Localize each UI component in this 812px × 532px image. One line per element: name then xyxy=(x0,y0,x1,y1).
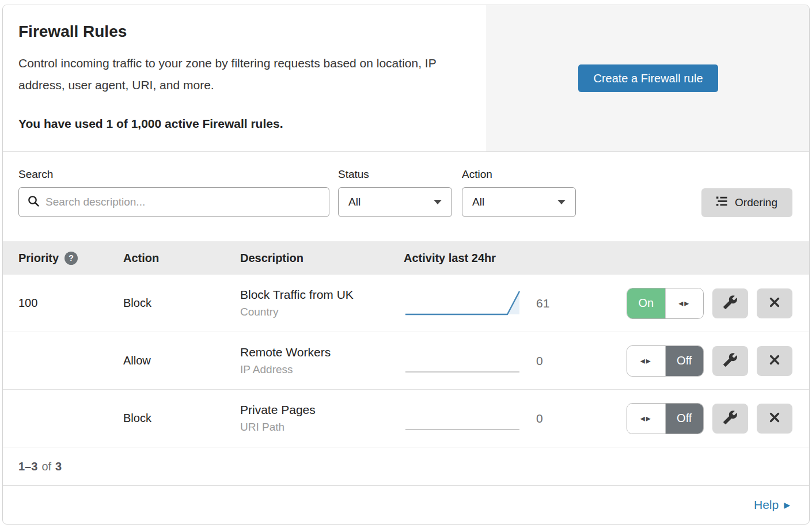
close-icon xyxy=(768,296,781,310)
action-label: Action xyxy=(462,168,576,181)
help-link[interactable]: Help ▶ xyxy=(754,498,790,512)
pagination-bar: 1–3 of 3 xyxy=(3,447,809,486)
toggle-on-segment[interactable]: On xyxy=(627,288,665,318)
rule-match-type: Country xyxy=(240,306,404,318)
horizontal-arrows-icon: ◂▸ xyxy=(678,298,690,309)
edit-rule-button[interactable] xyxy=(712,404,748,434)
pagination-total: 3 xyxy=(55,460,62,473)
rule-action: Block xyxy=(123,412,240,425)
rule-enabled-toggle[interactable]: ◂▸ Off xyxy=(627,403,704,434)
action-group: Action All xyxy=(462,168,576,217)
pagination-of-label: of xyxy=(41,460,51,473)
table-header-row: Priority ? Action Description Activity l… xyxy=(3,241,809,275)
rule-activity-cell: 61 xyxy=(404,287,583,320)
rule-action: Block xyxy=(123,297,240,310)
rule-description: Private Pages xyxy=(240,403,404,417)
rule-activity-cell: 0 xyxy=(404,345,583,377)
action-select[interactable]: All xyxy=(462,187,576,217)
activity-sparkline xyxy=(404,287,522,320)
status-select[interactable]: All xyxy=(338,187,452,217)
page-description: Control incoming traffic to your zone by… xyxy=(18,52,462,96)
activity-sparkline xyxy=(404,345,522,377)
firewall-rules-card: Firewall Rules Control incoming traffic … xyxy=(2,5,810,525)
rule-enabled-toggle[interactable]: On ◂▸ xyxy=(627,288,704,319)
wrench-icon xyxy=(723,295,738,311)
priority-help-icon[interactable]: ? xyxy=(64,252,78,265)
header-section: Firewall Rules Control incoming traffic … xyxy=(3,5,809,152)
toggle-drag-segment[interactable]: ◂▸ xyxy=(665,288,704,318)
status-select-value: All xyxy=(348,196,361,208)
column-activity: Activity last 24hr xyxy=(404,252,583,265)
action-select-value: All xyxy=(472,196,484,208)
rule-controls: On ◂▸ xyxy=(583,288,792,319)
activity-count: 0 xyxy=(536,354,543,368)
toggle-drag-segment[interactable]: ◂▸ xyxy=(627,404,666,434)
delete-rule-button[interactable] xyxy=(757,288,792,318)
activity-count: 61 xyxy=(536,297,549,310)
header-text-block: Firewall Rules Control incoming traffic … xyxy=(3,5,487,151)
wrench-icon xyxy=(723,352,738,369)
close-icon xyxy=(768,411,781,425)
chevron-down-icon xyxy=(557,200,566,204)
ordered-list-icon xyxy=(716,196,727,210)
rule-description-cell: Block Traffic from UK Country xyxy=(240,288,404,318)
create-firewall-rule-button[interactable]: Create a Firewall rule xyxy=(578,64,718,92)
rule-action: Allow xyxy=(123,354,240,367)
toggle-off-segment[interactable]: Off xyxy=(666,346,704,376)
search-label: Search xyxy=(18,168,329,181)
search-input[interactable] xyxy=(45,196,321,208)
ordering-button[interactable]: Ordering xyxy=(701,188,792,217)
rule-description: Block Traffic from UK xyxy=(240,288,404,302)
rule-activity-cell: 0 xyxy=(404,402,583,435)
rule-description-cell: Private Pages URI Path xyxy=(240,403,404,434)
rule-match-type: URI Path xyxy=(240,421,404,434)
close-icon xyxy=(768,354,781,368)
edit-rule-button[interactable] xyxy=(712,346,748,376)
usage-summary: You have used 1 of 1,000 active Firewall… xyxy=(18,117,468,131)
column-priority-label: Priority xyxy=(18,252,59,265)
chevron-down-icon xyxy=(434,200,442,204)
column-action: Action xyxy=(123,252,240,265)
help-link-label: Help xyxy=(754,498,779,512)
rule-priority: 100 xyxy=(18,297,123,310)
delete-rule-button[interactable] xyxy=(757,404,792,434)
activity-count: 0 xyxy=(536,412,543,425)
status-group: Status All xyxy=(338,168,452,217)
table-row: 100 Block Block Traffic from UK Country … xyxy=(3,275,809,332)
table-row: Allow Remote Workers IP Address 0 ◂▸ Off xyxy=(3,332,809,390)
delete-rule-button[interactable] xyxy=(757,346,792,376)
rule-enabled-toggle[interactable]: ◂▸ Off xyxy=(627,345,704,377)
toggle-off-segment[interactable]: Off xyxy=(666,404,704,434)
toggle-drag-segment[interactable]: ◂▸ xyxy=(627,346,666,376)
edit-rule-button[interactable] xyxy=(712,288,748,318)
activity-sparkline xyxy=(404,402,522,435)
rule-controls: ◂▸ Off xyxy=(583,345,792,377)
pagination-range: 1–3 xyxy=(18,460,37,473)
rule-controls: ◂▸ Off xyxy=(583,403,792,434)
help-bar: Help ▶ xyxy=(3,486,809,524)
column-priority: Priority ? xyxy=(18,252,123,265)
filter-bar: Search Status All Action All xyxy=(3,152,809,241)
rule-match-type: IP Address xyxy=(240,363,404,376)
search-box xyxy=(18,187,329,217)
table-row: Block Private Pages URI Path 0 ◂▸ Off xyxy=(3,390,809,447)
page-title: Firewall Rules xyxy=(18,22,468,41)
column-description: Description xyxy=(240,252,404,265)
header-action-panel: Create a Firewall rule xyxy=(487,5,809,151)
arrow-right-icon: ▶ xyxy=(784,500,790,510)
status-label: Status xyxy=(338,168,452,181)
search-group: Search xyxy=(18,168,329,217)
search-icon xyxy=(27,195,40,210)
horizontal-arrows-icon: ◂▸ xyxy=(640,413,652,424)
horizontal-arrows-icon: ◂▸ xyxy=(640,355,652,366)
ordering-button-label: Ordering xyxy=(735,196,777,209)
wrench-icon xyxy=(723,410,738,427)
rule-description: Remote Workers xyxy=(240,345,404,359)
rule-description-cell: Remote Workers IP Address xyxy=(240,345,404,376)
